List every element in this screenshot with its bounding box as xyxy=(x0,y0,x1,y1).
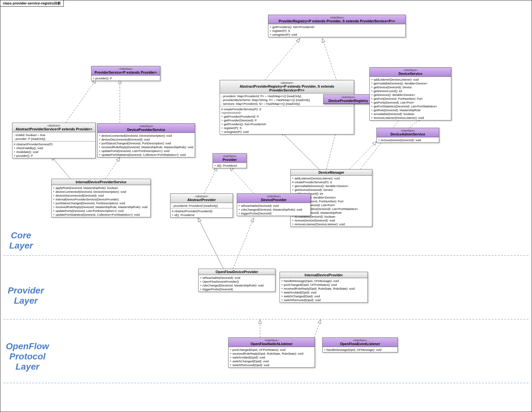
stereo: «interface» xyxy=(270,16,404,19)
class-name: DeviceProvider xyxy=(239,198,309,202)
class-name: DeviceManager xyxy=(293,170,370,174)
layer-divider xyxy=(4,319,528,320)
class-device-service[interactable]: «interface»DeviceService + addListener(D… xyxy=(369,67,451,120)
class-internal-device-provider[interactable]: InternalDeviceProvider + handleMessage(D… xyxy=(280,272,368,303)
layer-divider xyxy=(4,255,528,256)
stereo: «interface» xyxy=(324,339,396,342)
class-name: AbstractProviderRegistry<P extends Provi… xyxy=(222,84,352,92)
svg-line-13 xyxy=(198,218,223,269)
class-provider-service[interactable]: «interface»ProviderService<P extends Pro… xyxy=(91,66,160,81)
stereo: «interface» xyxy=(93,67,158,70)
class-abstract-provider-registry[interactable]: «abstract»AbstractProviderRegistry<P ext… xyxy=(220,80,354,134)
stereo: «interface» xyxy=(325,96,371,99)
class-name: DeviceProviderService xyxy=(99,128,193,132)
class-device-provider-registry[interactable]: «interface»DeviceProviderRegistry xyxy=(323,94,373,104)
class-internal-device-provider-service[interactable]: InternalDeviceProviderService + applyRol… xyxy=(51,179,151,217)
class-name: ProviderRegistry<P extends Provider, S e… xyxy=(270,19,404,23)
stereo: «interface» xyxy=(99,125,193,128)
svg-line-9 xyxy=(51,156,70,179)
class-device-provider-service[interactable]: «interface»DeviceProviderService + devic… xyxy=(97,123,195,157)
class-name: OpenFlowEventListener xyxy=(324,342,396,346)
svg-line-0 xyxy=(265,39,300,80)
svg-line-16 xyxy=(314,320,321,337)
class-name: DeviceAdminService xyxy=(379,132,437,136)
svg-line-3 xyxy=(66,80,96,123)
class-name: Provider xyxy=(215,158,244,162)
class-name: ProviderService<P extends Provider> xyxy=(93,70,158,74)
stereo: «abstract» xyxy=(14,124,93,127)
openflow-layer-label: OpenFlow Protocol Layer xyxy=(5,341,50,372)
stereo: «interface» xyxy=(230,339,313,342)
stereo: «abstract» xyxy=(222,81,352,84)
provider-layer-label: Provider Layer xyxy=(5,286,47,306)
class-name: DeviceProviderRegistry xyxy=(325,99,371,103)
class-device-admin-service[interactable]: «interface»DeviceAdminService + removeDe… xyxy=(376,128,439,143)
class-device-provider[interactable]: «interface»DeviceProvider + isReachable(… xyxy=(237,193,311,216)
stereo: «interface» xyxy=(215,155,244,158)
diagram-title-tab: class provider-service-registry分析 xyxy=(0,0,64,7)
svg-line-6 xyxy=(281,131,319,169)
stereo: «interface» xyxy=(239,195,309,198)
svg-line-11 xyxy=(204,167,217,193)
svg-line-14 xyxy=(233,218,254,269)
class-name: AbstractProviderService<P extends Provid… xyxy=(14,127,93,131)
class-name: InternalDeviceProvider xyxy=(282,273,366,277)
class-openflow-switch-listener[interactable]: «interface»OpenFlowSwitchListener + port… xyxy=(228,337,315,368)
diagram-canvas: class provider-service-registry分析 «inter… xyxy=(0,0,532,412)
stereo: «abstract» xyxy=(172,195,231,198)
class-abstract-provider[interactable]: «abstract»AbstractProvider - providerId:… xyxy=(170,193,233,218)
class-abstract-provider-service[interactable]: «abstract»AbstractProviderService<P exte… xyxy=(12,123,96,158)
class-provider[interactable]: «interface»Provider + id(): ProviderId xyxy=(213,153,247,168)
class-name: OpenFlowSwitchListener xyxy=(230,342,313,346)
class-name: OpenFlowDeviceProvider xyxy=(200,270,273,274)
class-openflow-event-listener[interactable]: «interface»OpenFlowEventListener + handl… xyxy=(322,337,398,352)
class-name: DeviceService xyxy=(372,72,449,76)
svg-line-12 xyxy=(230,167,254,193)
class-name: AbstractProvider xyxy=(172,198,231,202)
class-name: InternalDeviceProviderService xyxy=(54,180,149,184)
stereo: «interface» xyxy=(372,69,449,72)
svg-line-7 xyxy=(349,141,376,169)
svg-line-10 xyxy=(106,157,120,179)
core-layer-label: Core Layer xyxy=(5,230,37,251)
class-provider-registry[interactable]: «interface»ProviderRegistry<P extends Pr… xyxy=(268,15,406,37)
class-openflow-device-provider[interactable]: OpenFlowDeviceProvider + isReachable(Dev… xyxy=(198,269,275,292)
stereo: «interface» xyxy=(379,129,437,132)
layer-divider xyxy=(4,383,528,383)
